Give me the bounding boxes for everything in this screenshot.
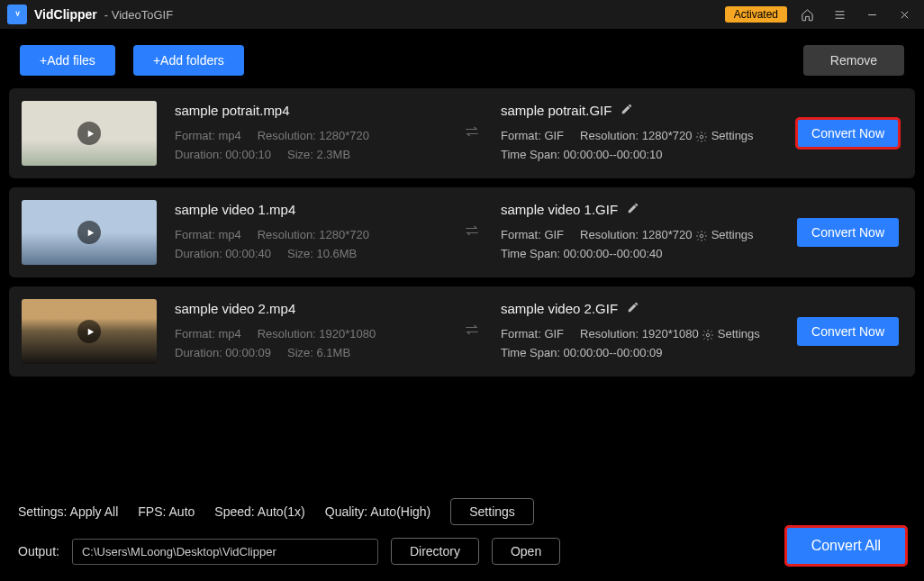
output-column: sample video 2.GIF Format: GIF Resolutio… <box>501 301 779 361</box>
svg-point-1 <box>700 234 703 238</box>
remove-button[interactable]: Remove <box>803 45 904 76</box>
list-item: sample video 1.mp4 Format: mp4Resolution… <box>9 187 915 277</box>
file-list: sample potrait.mp4 Format: mp4Resolution… <box>0 88 924 487</box>
add-files-button[interactable]: +Add files <box>20 45 115 76</box>
gear-icon[interactable] <box>702 329 714 341</box>
play-icon[interactable] <box>77 122 101 145</box>
play-icon[interactable] <box>77 221 101 244</box>
home-icon[interactable] <box>794 2 820 27</box>
output-label: Output: <box>18 544 59 558</box>
app-logo <box>7 5 27 24</box>
swap-icon <box>463 123 483 144</box>
footer: Settings: Apply All FPS: Auto Speed: Aut… <box>0 487 924 581</box>
output-column: sample potrait.GIF Format: GIF Resolutio… <box>501 103 779 163</box>
output-column: sample video 1.GIF Format: GIF Resolutio… <box>501 202 779 262</box>
convert-now-button[interactable]: Convert Now <box>797 317 899 346</box>
output-filename: sample potrait.GIF <box>501 103 779 118</box>
settings-apply-all-label: Settings: Apply All <box>18 504 118 519</box>
add-folders-button[interactable]: +Add folders <box>133 45 244 76</box>
source-filename: sample video 2.mp4 <box>175 301 445 316</box>
source-column: sample potrait.mp4 Format: mp4Resolution… <box>175 103 445 163</box>
output-path-input[interactable] <box>72 539 378 565</box>
list-item: sample video 2.mp4 Format: mp4Resolution… <box>9 286 915 377</box>
source-filename: sample video 1.mp4 <box>175 202 445 217</box>
svg-point-2 <box>706 333 710 337</box>
swap-icon <box>463 222 483 243</box>
edit-icon[interactable] <box>627 202 639 217</box>
svg-point-0 <box>700 135 703 139</box>
settings-button[interactable]: Settings <box>450 498 534 525</box>
convert-now-button[interactable]: Convert Now <box>797 119 899 148</box>
thumbnail[interactable] <box>22 299 157 364</box>
gear-icon[interactable] <box>695 230 708 242</box>
minimize-icon[interactable] <box>859 2 884 27</box>
source-column: sample video 1.mp4 Format: mp4Resolution… <box>175 202 445 262</box>
swap-icon <box>463 321 483 342</box>
play-icon[interactable] <box>77 320 101 343</box>
source-filename: sample potrait.mp4 <box>175 103 445 118</box>
open-button[interactable]: Open <box>492 538 560 565</box>
list-item: sample potrait.mp4 Format: mp4Resolution… <box>9 88 915 178</box>
convert-now-button[interactable]: Convert Now <box>797 218 899 247</box>
app-name: VidClipper <box>34 7 97 22</box>
row-settings-link[interactable]: Settings <box>718 327 760 340</box>
fps-label: FPS: Auto <box>138 504 195 519</box>
gear-icon[interactable] <box>695 131 708 143</box>
menu-icon[interactable] <box>827 2 852 27</box>
directory-button[interactable]: Directory <box>391 538 479 565</box>
source-column: sample video 2.mp4 Format: mp4Resolution… <box>175 301 445 361</box>
title-bar: VidClipper - VideoToGIF Activated <box>0 0 924 29</box>
activated-badge: Activated <box>725 6 787 23</box>
output-filename: sample video 1.GIF <box>501 202 779 217</box>
quality-label: Quality: Auto(High) <box>325 504 431 519</box>
thumbnail[interactable] <box>22 200 157 265</box>
speed-label: Speed: Auto(1x) <box>214 504 304 519</box>
toolbar: +Add files +Add folders Remove <box>0 29 924 88</box>
row-settings-link[interactable]: Settings <box>711 129 754 142</box>
output-filename: sample video 2.GIF <box>501 301 779 316</box>
edit-icon[interactable] <box>627 301 639 316</box>
convert-all-button[interactable]: Convert All <box>786 527 906 565</box>
edit-icon[interactable] <box>621 103 633 118</box>
module-name: - VideoToGIF <box>104 8 173 22</box>
close-icon[interactable] <box>892 2 917 27</box>
row-settings-link[interactable]: Settings <box>711 228 754 241</box>
thumbnail[interactable] <box>22 101 157 166</box>
